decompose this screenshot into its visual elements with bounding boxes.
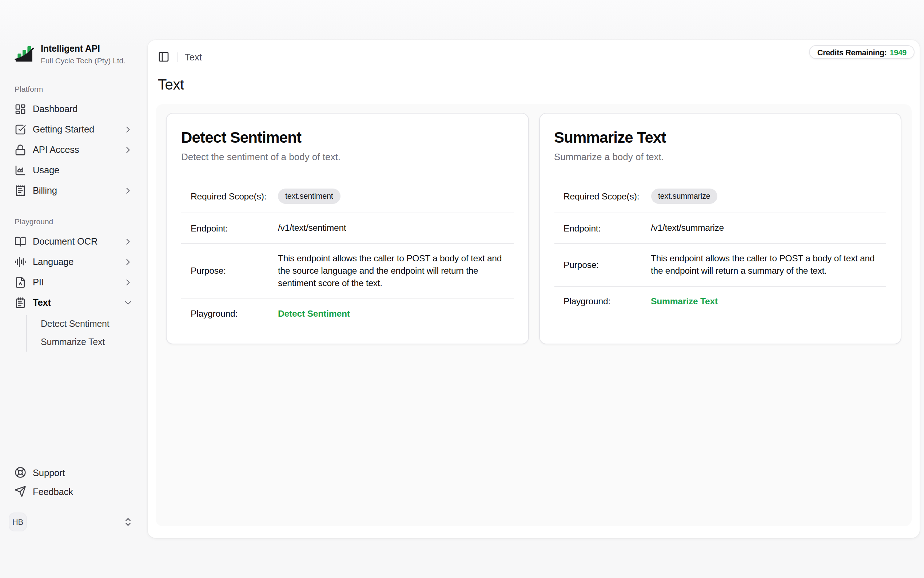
credits-value: 1949 bbox=[890, 48, 906, 57]
sidebar-item-label: Language bbox=[33, 257, 117, 268]
row-value: /v1/text/sentiment bbox=[278, 222, 504, 234]
sidebar-subitem-summarize-text[interactable]: Summarize Text bbox=[36, 333, 139, 352]
sidebar-subitems-text: Detect SentimentSummarize Text bbox=[26, 315, 139, 352]
sidebar-item-dashboard[interactable]: Dashboard bbox=[9, 99, 139, 119]
card-row-required-scopes: Required Scope(s):text.sentiment bbox=[181, 180, 513, 213]
sidebar-item-label: PII bbox=[33, 277, 117, 288]
sidebar-item-support[interactable]: Support bbox=[9, 463, 139, 482]
row-value: Detect Sentiment bbox=[278, 308, 504, 320]
row-label: Required Scope(s): bbox=[563, 191, 651, 201]
sidebar-item-label: Feedback bbox=[33, 486, 133, 497]
row-label: Endpoint: bbox=[191, 223, 278, 233]
row-value: text.sentiment bbox=[278, 188, 504, 204]
life-buoy-icon bbox=[15, 467, 26, 478]
chevron-right-icon bbox=[123, 125, 133, 135]
row-label: Purpose: bbox=[191, 266, 278, 276]
brand: Intelligent API Full Cycle Tech (Pty) Lt… bbox=[9, 41, 139, 68]
row-label: Purpose: bbox=[563, 260, 651, 270]
sidebar-nav: PlatformDashboardGetting StartedAPI Acce… bbox=[9, 68, 139, 353]
sidebar-item-label: Text bbox=[33, 297, 117, 308]
row-label: Required Scope(s): bbox=[191, 191, 278, 201]
card-subtitle: Detect the sentiment of a body of text. bbox=[181, 151, 513, 162]
nav-section-label-playground: Playground bbox=[9, 217, 139, 226]
playground-link-detect-sentiment[interactable]: Detect Sentiment bbox=[278, 308, 350, 319]
content-section: Detect SentimentDetect the sentiment of … bbox=[156, 104, 912, 526]
card-rows: Required Scope(s):text.sentimentEndpoint… bbox=[181, 180, 513, 329]
row-value: Summarize Text bbox=[651, 295, 877, 308]
card-rows: Required Scope(s):text.summarizeEndpoint… bbox=[554, 180, 886, 317]
nav-section-label-platform: Platform bbox=[9, 84, 139, 93]
page-title: Text bbox=[158, 76, 920, 93]
panel-header: Text bbox=[148, 40, 920, 63]
playground-link-summarize-text[interactable]: Summarize Text bbox=[651, 296, 718, 307]
row-value: text.summarize bbox=[651, 188, 877, 204]
sidebar-item-feedback[interactable]: Feedback bbox=[9, 482, 139, 501]
card-row-purpose: Purpose:This endpoint allows the caller … bbox=[554, 244, 886, 287]
dashboard-icon bbox=[15, 103, 26, 115]
sidebar-item-label: Dashboard bbox=[33, 104, 133, 115]
sidebar-item-label: Getting Started bbox=[33, 124, 117, 135]
pii-file-icon bbox=[15, 277, 26, 288]
app-title: Intelligent API bbox=[41, 44, 126, 55]
sidebar-item-label: Billing bbox=[33, 185, 117, 196]
chart-icon bbox=[15, 164, 26, 176]
send-icon bbox=[15, 485, 26, 497]
company-name: Full Cycle Tech (Pty) Ltd. bbox=[41, 56, 126, 65]
sidebar-item-api-access[interactable]: API Access bbox=[9, 140, 139, 160]
credits-label: Credits Remaining: bbox=[817, 48, 887, 57]
credits-badge: Credits Remaining: 1949 bbox=[809, 45, 914, 59]
card-subtitle: Summarize a body of text. bbox=[554, 151, 886, 162]
notepad-icon bbox=[15, 297, 26, 308]
card-row-purpose: Purpose:This endpoint allows the caller … bbox=[181, 244, 513, 299]
book-open-icon bbox=[15, 236, 26, 247]
chevrons-up-down-icon bbox=[123, 517, 133, 527]
row-value: /v1/text/summarize bbox=[651, 222, 877, 234]
receipt-icon bbox=[15, 185, 26, 196]
chevron-down-icon bbox=[123, 298, 133, 308]
sidebar-item-language[interactable]: Language bbox=[9, 252, 139, 272]
sidebar-item-text[interactable]: Text bbox=[9, 293, 139, 313]
sidebar-subitem-detect-sentiment[interactable]: Detect Sentiment bbox=[36, 315, 139, 333]
card-row-endpoint: Endpoint:/v1/text/sentiment bbox=[181, 213, 513, 244]
scope-badge: text.summarize bbox=[651, 188, 718, 204]
row-label: Endpoint: bbox=[563, 223, 651, 233]
app-logo-icon bbox=[15, 45, 34, 65]
main-panel: Text Credits Remaining: 1949 Text Detect… bbox=[148, 40, 920, 538]
card-title: Detect Sentiment bbox=[181, 129, 513, 146]
sidebar: Intelligent API Full Cycle Tech (Pty) Lt… bbox=[0, 0, 148, 578]
card-row-required-scopes: Required Scope(s):text.summarize bbox=[554, 180, 886, 213]
scope-badge: text.sentiment bbox=[278, 188, 340, 204]
chevron-right-icon bbox=[123, 257, 133, 267]
sidebar-item-billing[interactable]: Billing bbox=[9, 180, 139, 201]
sidebar-item-label: Usage bbox=[33, 165, 133, 176]
app-root: Intelligent API Full Cycle Tech (Pty) Lt… bbox=[0, 0, 924, 578]
chevron-right-icon bbox=[123, 186, 133, 196]
chevron-right-icon bbox=[123, 145, 133, 155]
breadcrumb: Text bbox=[185, 51, 202, 62]
cards-row: Detect SentimentDetect the sentiment of … bbox=[166, 113, 901, 344]
sidebar-item-document-ocr[interactable]: Document OCR bbox=[9, 232, 139, 252]
chevron-right-icon bbox=[123, 278, 133, 287]
sidebar-footer: SupportFeedback bbox=[9, 463, 139, 501]
card-row-playground: Playground:Summarize Text bbox=[554, 287, 886, 317]
avatar: HB bbox=[9, 513, 27, 531]
row-value: This endpoint allows the caller to POST … bbox=[278, 253, 504, 290]
row-label: Playground: bbox=[563, 297, 651, 307]
sidebar-item-usage[interactable]: Usage bbox=[9, 160, 139, 180]
chevron-right-icon bbox=[123, 237, 133, 247]
sidebar-item-pii[interactable]: PII bbox=[9, 272, 139, 293]
audio-lines-icon bbox=[15, 256, 26, 268]
card-row-playground: Playground:Detect Sentiment bbox=[181, 299, 513, 329]
sidebar-item-getting-started[interactable]: Getting Started bbox=[9, 119, 139, 140]
check-square-icon bbox=[15, 124, 26, 135]
row-value: This endpoint allows the caller to POST … bbox=[651, 253, 877, 278]
user-menu-trigger[interactable]: HB bbox=[9, 513, 139, 531]
card-row-endpoint: Endpoint:/v1/text/summarize bbox=[554, 213, 886, 244]
card-title: Summarize Text bbox=[554, 129, 886, 146]
row-label: Playground: bbox=[191, 309, 278, 319]
sidebar-toggle-button[interactable] bbox=[158, 51, 170, 63]
endpoint-card-summarize-text: Summarize TextSummarize a body of text.R… bbox=[539, 113, 901, 344]
sidebar-item-label: Support bbox=[33, 467, 133, 478]
sidebar-item-label: API Access bbox=[33, 144, 117, 156]
lock-icon bbox=[15, 144, 26, 156]
